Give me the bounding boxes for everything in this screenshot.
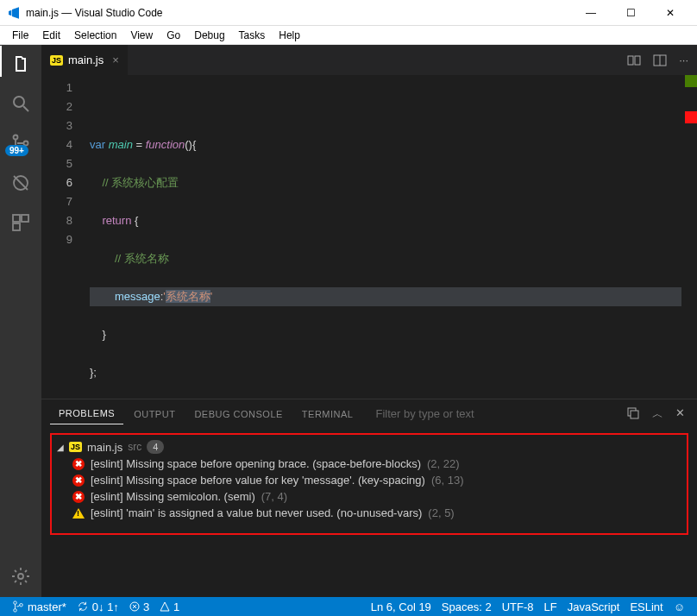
search-icon[interactable]	[10, 93, 31, 114]
error-icon: ✖	[72, 475, 85, 487]
tab-close-icon[interactable]: ×	[112, 53, 119, 66]
menu-selection[interactable]: Selection	[67, 28, 123, 43]
svg-line-1	[23, 106, 28, 111]
status-branch[interactable]: master*	[7, 600, 72, 613]
minimap[interactable]	[681, 75, 697, 399]
problem-file-src: src	[128, 441, 141, 453]
problem-location: (2, 5)	[428, 506, 454, 519]
problem-location: (2, 22)	[427, 457, 460, 470]
overview-ruler-added	[685, 75, 697, 87]
status-spaces[interactable]: Spaces: 2	[436, 600, 497, 613]
menu-go[interactable]: Go	[160, 28, 187, 43]
bottom-panel: PROBLEMS OUTPUT DEBUG CONSOLE TERMINAL F…	[41, 399, 697, 597]
status-linter[interactable]: ESLint	[625, 600, 668, 613]
menu-debug[interactable]: Debug	[187, 28, 231, 43]
compare-changes-icon[interactable]	[627, 53, 641, 67]
debug-icon[interactable]	[10, 173, 31, 193]
status-errors[interactable]: 3	[124, 600, 154, 613]
problem-text: [eslint] Missing space before value for …	[91, 474, 425, 487]
close-button[interactable]: ✕	[650, 7, 690, 19]
menu-view[interactable]: View	[123, 28, 160, 43]
editor-tabs: JS main.js × ···	[41, 45, 697, 75]
problem-location: (7, 4)	[261, 490, 287, 503]
menu-edit[interactable]: Edit	[35, 28, 67, 43]
line-numbers: 123456789	[41, 75, 90, 399]
svg-point-19	[20, 604, 23, 607]
problems-list: ◢ JS main.js src 4 ✖[eslint] Missing spa…	[41, 428, 697, 597]
status-cursor[interactable]: Ln 6, Col 19	[366, 600, 436, 613]
svg-rect-9	[13, 223, 20, 230]
menu-file[interactable]: File	[5, 28, 35, 43]
explorer-icon[interactable]	[10, 53, 31, 74]
settings-gear-icon[interactable]	[10, 566, 31, 587]
svg-rect-7	[13, 215, 20, 222]
twisty-expanded-icon[interactable]: ◢	[57, 443, 64, 452]
js-file-icon: JS	[69, 442, 82, 452]
menu-tasks[interactable]: Tasks	[232, 28, 273, 43]
svg-point-18	[14, 609, 17, 613]
status-feedback-icon[interactable]: ☺	[669, 600, 690, 613]
overview-ruler-error	[685, 111, 697, 123]
code-content[interactable]: var main = function(){ // 系统核心配置 return …	[90, 75, 681, 399]
problem-item[interactable]: ✖[eslint] Missing space before opening b…	[55, 456, 683, 472]
error-icon: ✖	[72, 491, 85, 503]
js-file-icon: JS	[50, 55, 63, 66]
scm-badge: 99+	[5, 145, 28, 156]
more-actions-icon[interactable]: ···	[679, 53, 688, 67]
warning-icon	[72, 508, 85, 519]
problem-count-badge: 4	[147, 440, 164, 454]
menu-help[interactable]: Help	[272, 28, 307, 43]
problem-text: [eslint] Missing semicolon. (semi)	[91, 490, 255, 503]
status-warnings[interactable]: 1	[154, 600, 185, 613]
svg-point-10	[18, 574, 23, 579]
status-language[interactable]: JavaScript	[562, 600, 625, 613]
error-icon: ✖	[72, 458, 85, 470]
tab-label: main.js	[68, 53, 104, 66]
svg-point-0	[14, 97, 24, 107]
problem-location: (6, 13)	[431, 474, 464, 487]
svg-point-2	[14, 135, 18, 140]
problem-file-row[interactable]: ◢ JS main.js src 4	[55, 438, 683, 456]
status-encoding[interactable]: UTF-8	[497, 600, 539, 613]
activity-bar: 99+	[0, 45, 41, 597]
problem-item[interactable]: ✖[eslint] Missing space before value for…	[55, 472, 683, 488]
source-control-icon[interactable]: 99+	[10, 133, 31, 154]
tab-main-js[interactable]: JS main.js ×	[41, 45, 128, 75]
split-editor-icon[interactable]	[653, 53, 667, 67]
svg-rect-11	[628, 56, 633, 65]
minimize-button[interactable]: —	[571, 7, 611, 19]
status-sync[interactable]: 0↓ 1↑	[72, 600, 124, 613]
menu-bar: File Edit Selection View Go Debug Tasks …	[0, 26, 697, 45]
problem-text: [eslint] 'main' is assigned a value but …	[91, 506, 422, 519]
problem-file-name: main.js	[87, 441, 122, 454]
maximize-button[interactable]: ☐	[611, 7, 650, 19]
status-bar: master* 0↓ 1↑ 3 1 Ln 6, Col 19 Spaces: 2…	[0, 597, 697, 616]
extensions-icon[interactable]	[10, 212, 31, 233]
svg-rect-8	[22, 215, 28, 222]
app-icon	[7, 6, 21, 20]
problem-item[interactable]: [eslint] 'main' is assigned a value but …	[55, 505, 683, 521]
problem-item[interactable]: ✖[eslint] Missing semicolon. (semi)(7, 4…	[55, 488, 683, 505]
problem-text: [eslint] Missing space before opening br…	[91, 457, 421, 470]
svg-point-17	[14, 601, 17, 605]
svg-rect-12	[635, 56, 640, 65]
window-title: main.js — Visual Studio Code	[26, 7, 571, 19]
title-bar: main.js — Visual Studio Code — ☐ ✕	[0, 0, 697, 26]
status-eol[interactable]: LF	[539, 600, 562, 613]
code-editor[interactable]: 123456789 var main = function(){ // 系统核心…	[41, 75, 697, 399]
